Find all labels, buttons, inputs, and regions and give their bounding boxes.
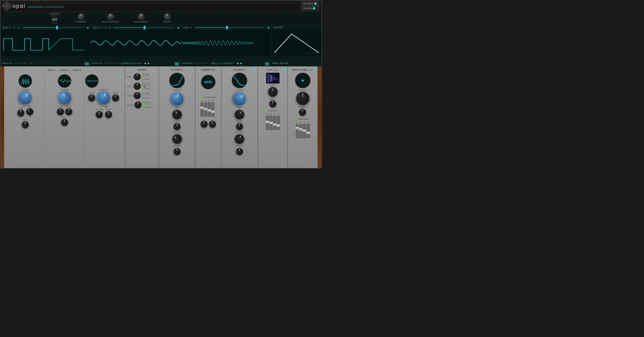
insertfx-section: INSERT FX - (195, 66, 222, 168)
osc2-wave-display[interactable] (58, 74, 71, 88)
room-knob[interactable] (164, 13, 171, 20)
osc2-wavetable-tab[interactable]: WAVETABLE (104, 62, 118, 64)
osc2-arrow[interactable]: ◀ (177, 26, 179, 29)
noise-preset[interactable]: PINK-WHITE (272, 62, 289, 65)
osc1-wavetable-tab[interactable]: WAVETABLE (14, 62, 28, 64)
lfo-title: LFO 1-2 (267, 68, 278, 71)
osc1-coarse-knob[interactable] (16, 89, 34, 107)
filter1-cutoff-knob[interactable] (169, 91, 185, 107)
voice-button[interactable]: VOICE (301, 6, 319, 10)
osc2-coarse-knob[interactable] (56, 90, 72, 106)
filter1-env-amt-knob[interactable] (170, 132, 184, 146)
osc1-kbd-icon[interactable] (85, 62, 89, 65)
fenv-s-fader[interactable] (208, 102, 211, 117)
speed1-knob[interactable] (296, 92, 310, 105)
fenv-r-fader[interactable] (211, 102, 214, 117)
osc2-analog-tab[interactable]: ANALOG (92, 62, 102, 64)
filter2-cutoff-knob[interactable] (230, 89, 249, 109)
osc1-wave4[interactable]: ⊓ (42, 62, 44, 65)
osc3-fine-knob[interactable] (112, 94, 119, 102)
filter1-res-knob[interactable] (171, 108, 184, 121)
osc3-octave-knob[interactable] (96, 111, 103, 118)
auxenv-d-fader[interactable] (269, 116, 273, 130)
matrix-button[interactable]: MATRIX (301, 2, 319, 6)
osc3-kbd-icon[interactable] (265, 62, 269, 65)
ampenv-s-fader[interactable] (303, 124, 306, 138)
ampenv-a-fader[interactable] (296, 124, 299, 138)
osc1-wave-display[interactable] (18, 74, 32, 88)
osc2-ens-knob[interactable] (61, 119, 68, 126)
mixer-noise-filter[interactable]: FILTER (143, 102, 151, 104)
multiseg-display[interactable] (295, 73, 311, 88)
mixer-osc1-knob[interactable] (134, 73, 141, 80)
osc1-arrow[interactable]: ◀ (86, 26, 89, 29)
mixer-osc3-knob[interactable] (134, 92, 141, 99)
mixer-osc2-filter[interactable]: FILTER (142, 83, 150, 86)
rate1-knob[interactable] (269, 100, 276, 108)
osc2-prev[interactable]: ◀ (144, 62, 146, 65)
speed2-knob[interactable] (299, 109, 306, 116)
osc3-slider[interactable] (195, 27, 264, 28)
osc1-ens-knob[interactable] (22, 121, 29, 128)
osc3-ens-label: ENS (106, 109, 111, 110)
alternative-knob[interactable] (107, 13, 114, 20)
mixer-osc3-filter[interactable]: FILTER (142, 92, 150, 95)
osc1-fm-knob[interactable] (25, 107, 35, 117)
auxenv-r-fader[interactable] (277, 116, 280, 130)
osc1-analog-tab[interactable]: ANALOG (2, 62, 12, 64)
filter1-display[interactable] (169, 73, 185, 88)
rate2-knob[interactable] (268, 87, 278, 97)
ampenv-d-fader[interactable] (299, 124, 302, 138)
osc1-wave1[interactable]: ∿ (30, 62, 32, 65)
osc2-kbd-icon[interactable] (175, 62, 179, 65)
osc3-next[interactable]: ▶ (240, 62, 242, 65)
insertfx-knob1[interactable] (200, 121, 208, 128)
osc2-next[interactable]: ▶ (148, 62, 150, 65)
filter2-env-amt-knob[interactable] (233, 133, 246, 146)
hammer-knob[interactable] (78, 13, 85, 20)
osc2-mod-value: 0 (109, 26, 110, 29)
osc1-wave3[interactable]: ╲ (39, 62, 41, 65)
osc3-wavetable-tab[interactable]: WAVETABLE (194, 62, 209, 64)
filter2-display[interactable] (232, 73, 247, 88)
fenv-a-fader[interactable] (200, 102, 204, 117)
ampenv-r-fader[interactable] (307, 124, 310, 138)
filter2-res-knob[interactable] (233, 108, 246, 121)
svg-rect-15 (177, 63, 177, 64)
osc3-prev[interactable]: ◀ (237, 62, 239, 65)
osc1-slider[interactable] (23, 27, 83, 28)
filter1-env-amt-label: ENV AMT (173, 131, 181, 133)
osc2-header: OSC 2 AM 0 ◀ (91, 25, 181, 30)
filter1-cutoff-label: CUTOFF (173, 89, 181, 91)
osc2-preset[interactable]: STEELY NYLON (121, 62, 142, 65)
ensemble-knob[interactable] (138, 13, 145, 20)
osc3-arrow[interactable]: ◀ (267, 26, 269, 29)
osc1-fine-knob[interactable] (17, 109, 24, 117)
filter1-kb-amt-knob[interactable] (173, 148, 181, 155)
filter1-slope-knob[interactable] (173, 123, 181, 130)
auxenv-a-fader[interactable] (266, 116, 269, 130)
osc1-wave5[interactable]: ⊓⊓ (46, 62, 50, 65)
filter2-slope-knob[interactable] (236, 123, 243, 130)
main-inner: OSC 1 | OSC 2 | OSC 3 (4, 66, 318, 168)
osc3-sub-knob[interactable] (88, 94, 95, 102)
osc1-wave2[interactable]: ∧∨ (34, 62, 37, 65)
osc2-slider[interactable] (113, 27, 174, 28)
fenv-d-fader[interactable] (204, 102, 207, 117)
osc3-preset[interactable]: BELLS O PLENTY (211, 62, 235, 65)
mixer-osc2-knob[interactable] (134, 83, 141, 90)
osc3-ens-knob[interactable] (105, 111, 112, 118)
auxenv-s-fader[interactable] (273, 116, 276, 130)
mixer-osc1-filter[interactable]: FILTER (142, 73, 150, 76)
osc2-sync-knob[interactable] (65, 108, 72, 115)
osc3-wave-display[interactable] (85, 74, 99, 88)
vibrato-slider[interactable] (52, 15, 57, 24)
insertfx-knob2[interactable] (209, 121, 216, 128)
osc3-coarse-knob[interactable] (95, 89, 112, 107)
osc3-analog-tab[interactable]: ANALOG (182, 62, 192, 64)
osc2-fine-knob[interactable] (57, 108, 64, 115)
mixer-noise-knob[interactable] (134, 101, 142, 109)
insertfx-display[interactable] (201, 75, 216, 89)
filter2-kb-amt-knob[interactable] (236, 148, 243, 155)
mixer-section: MIXER OSC1 FILTER 1 (125, 66, 159, 168)
